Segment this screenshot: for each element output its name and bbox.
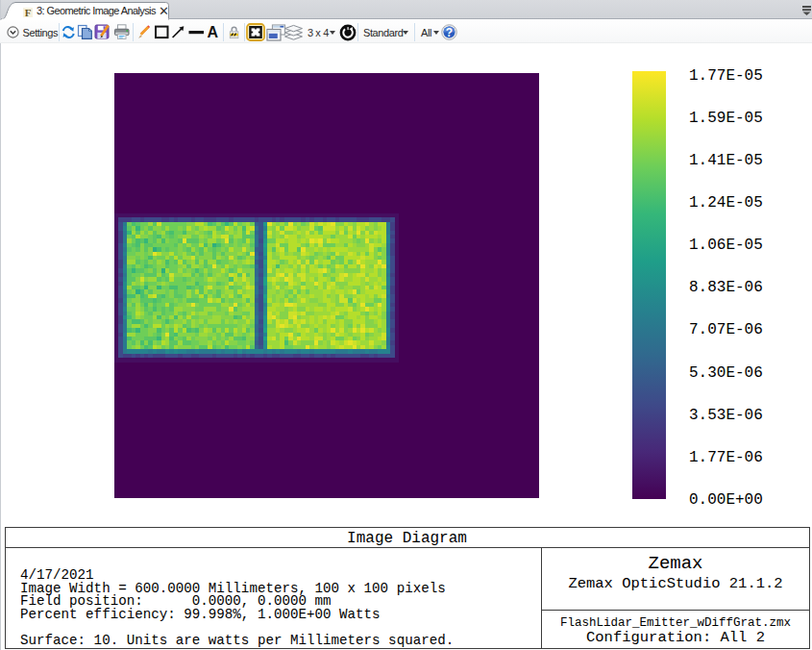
svg-text:?: ?	[446, 26, 453, 39]
svg-text:A: A	[208, 24, 219, 40]
